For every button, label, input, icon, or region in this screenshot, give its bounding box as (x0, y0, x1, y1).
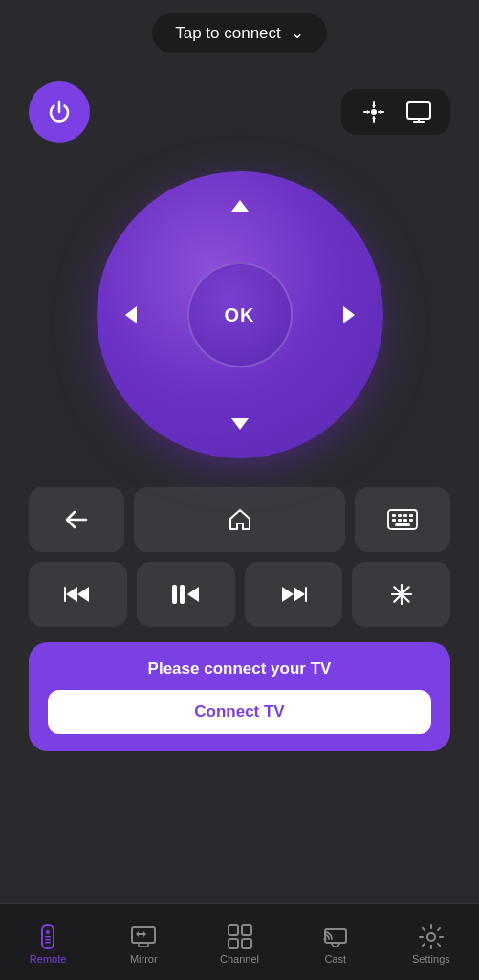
dpad-right-button[interactable] (330, 296, 368, 334)
channel-icon (228, 924, 252, 949)
keyboard-button[interactable] (355, 487, 450, 552)
back-button[interactable] (29, 487, 124, 552)
svg-rect-6 (409, 514, 413, 517)
svg-rect-24 (229, 939, 238, 948)
svg-rect-25 (242, 939, 251, 948)
button-grid (29, 487, 450, 627)
connect-tv-banner: Please connect your TV Connect TV (29, 642, 450, 751)
svg-point-0 (371, 109, 377, 115)
svg-rect-18 (45, 936, 51, 938)
svg-rect-10 (409, 519, 413, 522)
svg-rect-1 (407, 102, 430, 119)
home-button[interactable] (134, 487, 345, 552)
nav-label-channel: Channel (220, 953, 259, 965)
top-bar: Tap to connect ⌄ (0, 0, 479, 62)
connect-label: Tap to connect (175, 24, 281, 43)
svg-rect-22 (229, 925, 238, 935)
dpad-down-button[interactable] (221, 405, 259, 443)
dpad-outer: OK (97, 171, 383, 458)
svg-rect-20 (45, 942, 51, 944)
svg-rect-19 (45, 939, 51, 941)
playpause-button[interactable] (137, 562, 235, 627)
nav-label-mirror: Mirror (130, 953, 158, 965)
top-controls (29, 81, 450, 143)
button-row-1 (29, 487, 450, 552)
svg-rect-12 (64, 587, 66, 602)
svg-point-28 (427, 933, 435, 941)
dpad-container: OK (97, 171, 383, 458)
nav-label-settings: Settings (412, 953, 450, 965)
svg-rect-8 (398, 519, 402, 522)
svg-rect-13 (172, 585, 177, 604)
svg-rect-7 (392, 519, 396, 522)
nav-item-remote[interactable]: Remote (0, 921, 96, 965)
connect-pill[interactable]: Tap to connect ⌄ (152, 13, 327, 53)
connect-tv-button[interactable]: Connect TV (48, 690, 431, 734)
screen-icon (406, 101, 431, 122)
nav-item-mirror[interactable]: Mirror (96, 921, 191, 965)
chevron-down-icon: ⌄ (291, 23, 304, 43)
svg-rect-11 (395, 523, 410, 526)
svg-rect-14 (180, 585, 185, 604)
nav-label-cast: Cast (324, 953, 346, 965)
main-content: OK (0, 62, 479, 903)
dpad-left-button[interactable] (112, 296, 150, 334)
mirror-icon (131, 924, 156, 949)
svg-rect-23 (242, 925, 251, 935)
svg-point-27 (323, 937, 326, 940)
svg-rect-15 (305, 587, 307, 602)
power-button[interactable] (29, 81, 90, 143)
power-icon (46, 99, 73, 125)
nav-pill[interactable] (341, 89, 450, 135)
svg-rect-9 (403, 519, 407, 522)
star-button[interactable] (352, 562, 450, 627)
button-row-2 (29, 562, 450, 627)
svg-point-17 (46, 930, 50, 934)
dpad-up-button[interactable] (221, 187, 259, 225)
bottom-nav: Remote Mirror Channel Cast (0, 903, 479, 980)
remote-icon (35, 924, 60, 949)
nav-item-settings[interactable]: Settings (383, 921, 479, 965)
nav-item-channel[interactable]: Channel (191, 921, 287, 965)
svg-rect-5 (403, 514, 407, 517)
nav-item-cast[interactable]: Cast (288, 921, 383, 965)
svg-rect-4 (398, 514, 402, 517)
ok-button[interactable]: OK (187, 262, 293, 368)
ok-label: OK (225, 304, 255, 326)
svg-rect-3 (392, 514, 396, 517)
cast-icon (323, 924, 348, 949)
rewind-button[interactable] (29, 562, 127, 627)
banner-message: Please connect your TV (148, 659, 332, 679)
nav-label-remote: Remote (30, 953, 67, 965)
settings-icon (419, 924, 444, 949)
move-icon (360, 99, 387, 125)
fastforward-button[interactable] (245, 562, 343, 627)
